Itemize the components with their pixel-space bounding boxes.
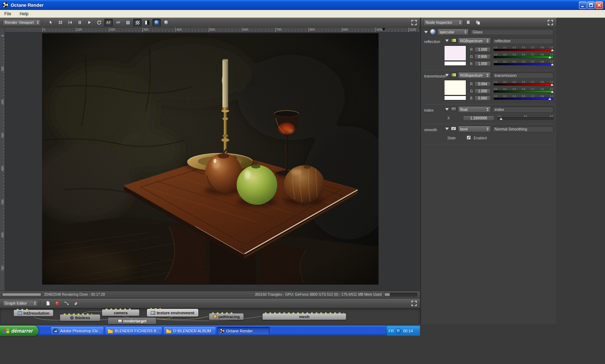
select-arrow-button[interactable] [47, 19, 55, 26]
inspector-pane-selector[interactable]: Node Inspector [424, 19, 463, 26]
delete-node-button[interactable] [72, 300, 80, 307]
slider-marker-icon[interactable] [500, 118, 503, 120]
expand-icon [411, 300, 417, 306]
transmission-b-value[interactable]: 0.960 [474, 96, 491, 101]
refresh-render-button[interactable] [95, 19, 103, 26]
list-item: 0.3 [512, 88, 516, 90]
transmission-name-field[interactable]: transmission [492, 72, 553, 79]
graph-node-int2resolution[interactable]: int2resolution [14, 310, 53, 316]
material-name-field[interactable]: Glass [470, 29, 553, 35]
transmission-r-value[interactable]: 0.994 [474, 81, 491, 87]
pause-render-button[interactable] [75, 19, 84, 26]
graph-node-texture-environment[interactable]: texture environment [147, 309, 198, 316]
smooth-type-label: bool [460, 127, 484, 131]
clock[interactable]: 00:14 [403, 329, 413, 333]
inspector-copy-button[interactable] [474, 19, 482, 26]
ruler-marker-icon[interactable] [382, 28, 385, 31]
link-nodes-button[interactable] [62, 300, 70, 307]
reflection-b-value[interactable]: 1.000 [474, 61, 491, 66]
menu-help[interactable]: Help [15, 10, 33, 17]
node-graph-canvas[interactable]: int2resolution thinlens camera texture e… [0, 308, 420, 324]
material-type-combo[interactable]: specular [437, 29, 469, 35]
inspector-pin-button[interactable] [464, 19, 473, 26]
slider-marker-icon[interactable] [548, 56, 551, 58]
render-region-button[interactable] [152, 19, 161, 26]
transmission-b-slider[interactable]: 0.00.20.30.50.70.81.0 [494, 95, 553, 100]
reflection-name-field[interactable]: reflection [492, 38, 553, 44]
start-button[interactable]: démarrer [0, 326, 38, 336]
new-material-button[interactable] [53, 300, 61, 307]
minimize-button[interactable] [579, 1, 586, 9]
smooth-name-field[interactable]: Normal Smoothing [492, 126, 553, 132]
graph-node-mesh[interactable]: mesh [262, 313, 346, 320]
slider-marker-icon[interactable] [551, 84, 553, 86]
taskbar-item-octane[interactable]: Octane Render [217, 327, 270, 335]
reflection-g-slider[interactable]: 0.00.20.30.50.70.81.0 [494, 53, 553, 59]
index-name-field[interactable]: index [492, 106, 553, 113]
collapse-triangle-icon[interactable] [424, 31, 428, 33]
list-item: 3.5 [524, 115, 527, 117]
reflection-type-combo[interactable]: RGBspectrum [458, 38, 491, 44]
graph-pane-selector[interactable]: Graph Editor [2, 300, 38, 307]
reflection-b-slider[interactable]: 0.00.20.30.50.70.81.0 [494, 60, 553, 66]
index-type-combo[interactable]: float [458, 106, 491, 113]
list-item: 0.8 [541, 53, 544, 56]
slider-marker-icon[interactable] [551, 91, 554, 93]
slider-marker-icon[interactable] [551, 49, 554, 51]
transmission-value-strip[interactable] [444, 96, 466, 100]
graph-expand-button[interactable] [411, 300, 417, 306]
slider-marker-icon[interactable] [551, 63, 554, 65]
pan-grid-button[interactable] [56, 19, 65, 26]
list-item: 0.8 [541, 95, 544, 97]
close-button[interactable] [595, 1, 603, 9]
new-graph-button[interactable] [44, 300, 52, 307]
reflection-value-strip[interactable] [444, 61, 466, 66]
solid-background-button[interactable] [123, 19, 132, 26]
taskbar-item-label: Adobe Photoshop Ele... [60, 329, 101, 333]
graph-node-camera[interactable]: camera [102, 309, 140, 316]
graph-node-thinlens[interactable]: thinlens [60, 314, 100, 321]
contrast-toggle-button[interactable] [143, 19, 151, 26]
viewport-expand-button[interactable] [411, 20, 417, 26]
autofocus-once-button[interactable]: AF [114, 19, 122, 26]
collapse-triangle-icon[interactable] [445, 128, 449, 130]
tray-language-icon[interactable] [396, 328, 401, 333]
viewport-pane-selector[interactable]: Render Viewport [2, 19, 41, 26]
smooth-enabled-checkbox[interactable]: ✓ [467, 135, 471, 140]
collapse-triangle-icon[interactable] [445, 108, 449, 111]
taskbar-item-blender-album[interactable]: D:\BLENDER ALBUM [163, 327, 216, 335]
smooth-type-combo[interactable]: bool [458, 126, 491, 132]
reflection-r-slider[interactable]: 0.00.20.30.50.70.81.0 [494, 46, 553, 52]
taskbar-item-blender-files[interactable]: BLENDER FICHIERS B... [105, 327, 162, 335]
taskbar-item-photoshop[interactable]: Adobe Photoshop Ele... [51, 327, 104, 335]
transmission-r-slider[interactable]: 0.00.20.30.50.70.81.0 [494, 81, 553, 86]
transmission-g-slider[interactable]: 0.00.20.30.50.70.81.0 [494, 88, 553, 93]
play-render-button[interactable] [85, 19, 94, 26]
collapse-triangle-icon[interactable] [445, 39, 449, 42]
transmission-g-value[interactable]: 1.000 [474, 89, 491, 94]
maximize-button[interactable] [587, 1, 595, 9]
window-titlebar[interactable]: Octane Render [0, 0, 605, 10]
graph-node-pathtracing[interactable]: pathtracing [209, 313, 244, 320]
reflection-g-value[interactable]: 0.955 [474, 54, 491, 59]
list-item: 0.7 [531, 60, 535, 63]
alpha-checkerboard-button[interactable] [133, 19, 142, 26]
graph-node-rendertarget[interactable]: rendertarget [108, 317, 156, 324]
reflection-r-value[interactable]: 1.000 [474, 47, 491, 52]
autofocus-lock-button[interactable]: AF [104, 19, 113, 26]
index-value[interactable]: 1.3300000 [463, 116, 494, 121]
index-slider[interactable]: 1.03.56.0 [497, 115, 553, 120]
render-viewport[interactable] [5, 32, 419, 291]
transmission-type-combo[interactable]: RGBspectrum [458, 72, 491, 79]
pathtracing-node-icon [213, 315, 217, 318]
language-indicator[interactable]: FR [389, 329, 394, 333]
menu-file[interactable]: File [0, 10, 15, 17]
restart-render-button[interactable] [66, 19, 74, 26]
slider-marker-icon[interactable] [548, 98, 551, 100]
material-preview-button[interactable] [162, 19, 170, 26]
reflection-color-swatch[interactable] [444, 46, 466, 61]
inspector-expand-button[interactable] [547, 20, 553, 26]
collapse-triangle-icon[interactable] [445, 74, 449, 76]
node-label: camera [114, 311, 128, 315]
transmission-color-swatch[interactable] [444, 80, 466, 95]
